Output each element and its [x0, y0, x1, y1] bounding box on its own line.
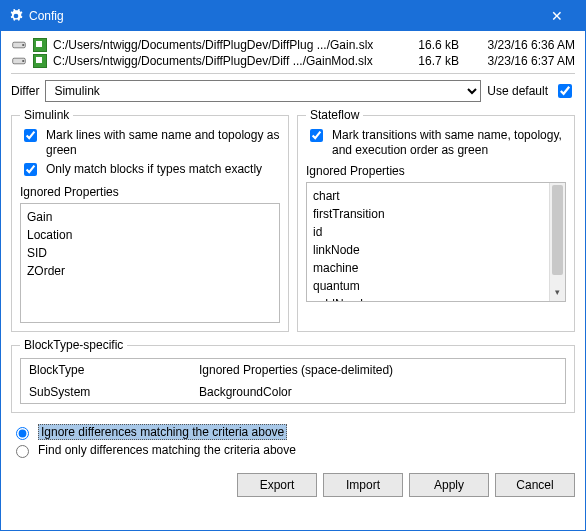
- export-button[interactable]: Export: [237, 473, 317, 497]
- list-item[interactable]: Location: [27, 226, 273, 244]
- stateflow-ignored-label: Ignored Properties: [306, 164, 566, 178]
- apply-button[interactable]: Apply: [409, 473, 489, 497]
- simulink-legend: Simulink: [20, 108, 73, 122]
- gear-icon: [9, 9, 23, 23]
- list-item[interactable]: Gain: [27, 208, 273, 226]
- differ-label: Differ: [11, 84, 39, 98]
- list-item[interactable]: firstTransition: [313, 205, 547, 223]
- simulink-panel: Simulink Mark lines with same name and t…: [11, 108, 289, 332]
- cancel-button[interactable]: Cancel: [495, 473, 575, 497]
- svg-point-1: [22, 44, 24, 46]
- stateflow-panel: Stateflow Mark transitions with same nam…: [297, 108, 575, 332]
- file-row: C:/Users/ntwigg/Documents/DiffPlugDev/Di…: [11, 53, 575, 69]
- ignore-differences-label: Ignore differences matching the criteria…: [38, 424, 287, 440]
- differ-select[interactable]: Simulink: [45, 80, 481, 102]
- use-default-checkbox[interactable]: [558, 84, 572, 98]
- stateflow-mark-transitions-checkbox[interactable]: [310, 129, 323, 142]
- simulink-ignored-label: Ignored Properties: [20, 185, 280, 199]
- list-item[interactable]: id: [313, 223, 547, 241]
- list-item[interactable]: quantum: [313, 277, 547, 295]
- scrollbar[interactable]: ▴ ▾: [549, 183, 565, 301]
- titlebar: Config ✕: [1, 1, 585, 31]
- simulink-ignored-list[interactable]: Gain Location SID ZOrder: [20, 203, 280, 323]
- file-row: C:/Users/ntwigg/Documents/DiffPlugDev/Di…: [11, 37, 575, 53]
- scroll-thumb[interactable]: [552, 185, 563, 275]
- blocktype-cell[interactable]: SubSystem: [21, 381, 191, 403]
- blocktype-cell[interactable]: BackgroundColor: [191, 381, 565, 403]
- simulink-match-types-checkbox[interactable]: [24, 163, 37, 176]
- ignore-differences-radio[interactable]: [16, 427, 29, 440]
- file-date: 3/23/16 6:37 AM: [465, 54, 575, 68]
- file-path: C:/Users/ntwigg/Documents/DiffPlugDev/Di…: [53, 54, 398, 68]
- list-item[interactable]: machine: [313, 259, 547, 277]
- blocktype-header: BlockType: [21, 359, 191, 381]
- stateflow-ignored-list[interactable]: chart firstTransition id linkNode machin…: [306, 182, 566, 302]
- file-list: C:/Users/ntwigg/Documents/DiffPlugDev/Di…: [11, 37, 575, 74]
- list-item[interactable]: linkNode: [313, 241, 547, 259]
- simulink-mark-lines-label: Mark lines with same name and topology a…: [46, 128, 280, 158]
- list-item[interactable]: ssIdNumber: [313, 295, 547, 302]
- close-icon[interactable]: ✕: [537, 8, 577, 24]
- simulink-mark-lines-checkbox[interactable]: [24, 129, 37, 142]
- file-size: 16.6 kB: [404, 38, 459, 52]
- file-date: 3/23/16 6:36 AM: [465, 38, 575, 52]
- simulink-icon: [33, 54, 47, 68]
- list-item[interactable]: ZOrder: [27, 262, 273, 280]
- use-default-label: Use default: [487, 84, 548, 98]
- blocktype-legend: BlockType-specific: [20, 338, 127, 352]
- svg-point-3: [22, 60, 24, 62]
- list-item[interactable]: chart: [313, 187, 547, 205]
- file-size: 16.7 kB: [404, 54, 459, 68]
- stateflow-mark-transitions-label: Mark transitions with same name, topolog…: [332, 128, 566, 158]
- import-button[interactable]: Import: [323, 473, 403, 497]
- disk-icon: [11, 38, 27, 52]
- scroll-down-icon[interactable]: ▾: [550, 287, 565, 301]
- blocktype-header: Ignored Properties (space-delimited): [191, 359, 565, 381]
- list-item[interactable]: SID: [27, 244, 273, 262]
- blocktype-table: BlockType Ignored Properties (space-deli…: [20, 358, 566, 404]
- stateflow-legend: Stateflow: [306, 108, 363, 122]
- disk-icon: [11, 54, 27, 68]
- simulink-icon: [33, 38, 47, 52]
- blocktype-panel: BlockType-specific BlockType Ignored Pro…: [11, 338, 575, 413]
- file-path: C:/Users/ntwigg/Documents/DiffPlugDev/Di…: [53, 38, 398, 52]
- window-title: Config: [29, 9, 537, 23]
- simulink-match-types-label: Only match blocks if types match exactly: [46, 162, 262, 177]
- find-differences-radio[interactable]: [16, 445, 29, 458]
- find-differences-label: Find only differences matching the crite…: [38, 443, 296, 457]
